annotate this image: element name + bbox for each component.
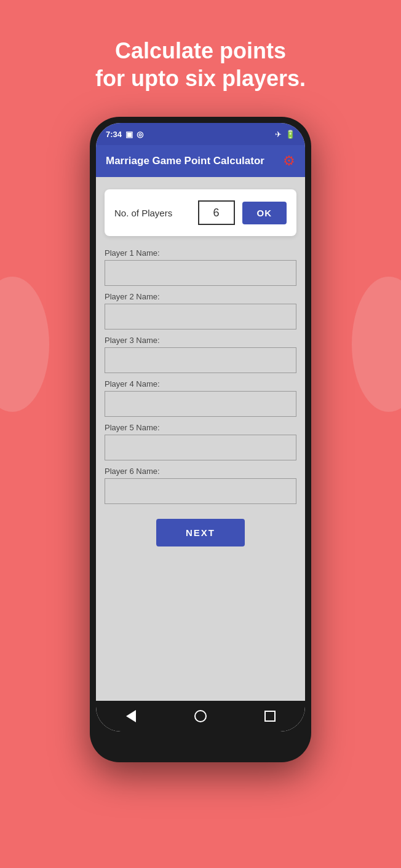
status-time: 7:34: [106, 130, 122, 139]
players-count-card: No. of Players OK: [105, 189, 296, 236]
status-right: ✈ 🔋: [275, 130, 295, 139]
phone-shell: 7:34 ▣ ◎ ✈ 🔋 Marriage Game Point Calcula…: [90, 117, 311, 762]
player-2-group: Player 2 Name:: [105, 292, 296, 329]
hero-headline: Calculate points for upto six players.: [95, 0, 306, 111]
next-button[interactable]: NEXT: [156, 519, 245, 546]
settings-icon[interactable]: ⚙: [283, 153, 295, 169]
blob-right-decoration: [352, 277, 401, 412]
recents-icon: [264, 711, 276, 722]
status-left: 7:34 ▣ ◎: [106, 130, 143, 139]
player-2-input[interactable]: [105, 304, 296, 329]
player-1-label: Player 1 Name:: [105, 248, 296, 258]
status-bar: 7:34 ▣ ◎ ✈ 🔋: [96, 123, 305, 145]
blob-left-decoration: [0, 277, 49, 412]
sim-icon: ▣: [125, 130, 133, 139]
bottom-nav: [96, 701, 305, 732]
player-2-label: Player 2 Name:: [105, 292, 296, 301]
signal-icon: ◎: [137, 130, 143, 139]
player-6-label: Player 6 Name:: [105, 467, 296, 476]
screen-content: No. of Players OK Player 1 Name: Player …: [96, 177, 305, 701]
player-3-label: Player 3 Name:: [105, 336, 296, 345]
player-4-input[interactable]: [105, 391, 296, 417]
player-3-input[interactable]: [105, 347, 296, 373]
app-toolbar: Marriage Game Point Calculator ⚙: [96, 145, 305, 177]
phone-screen: 7:34 ▣ ◎ ✈ 🔋 Marriage Game Point Calcula…: [96, 123, 305, 732]
player-3-group: Player 3 Name:: [105, 336, 296, 373]
app-title: Marriage Game Point Calculator: [106, 155, 264, 167]
battery-icon: 🔋: [285, 130, 295, 139]
player-5-group: Player 5 Name:: [105, 423, 296, 460]
ok-button[interactable]: OK: [242, 202, 287, 224]
players-count-input[interactable]: [198, 200, 235, 225]
players-count-label: No. of Players: [114, 208, 191, 218]
nav-back-button[interactable]: [122, 708, 140, 725]
nav-home-button[interactable]: [192, 708, 209, 725]
player-5-label: Player 5 Name:: [105, 423, 296, 432]
back-icon: [126, 710, 136, 722]
player-5-input[interactable]: [105, 435, 296, 460]
phone-mockup: 7:34 ▣ ◎ ✈ 🔋 Marriage Game Point Calcula…: [90, 117, 311, 762]
player-6-input[interactable]: [105, 478, 296, 504]
player-6-group: Player 6 Name:: [105, 467, 296, 504]
nav-recents-button[interactable]: [261, 708, 279, 725]
airplane-icon: ✈: [275, 130, 282, 139]
player-1-group: Player 1 Name:: [105, 248, 296, 286]
player-4-label: Player 4 Name:: [105, 379, 296, 389]
player-1-input[interactable]: [105, 260, 296, 286]
home-icon: [194, 710, 207, 722]
player-4-group: Player 4 Name:: [105, 379, 296, 417]
